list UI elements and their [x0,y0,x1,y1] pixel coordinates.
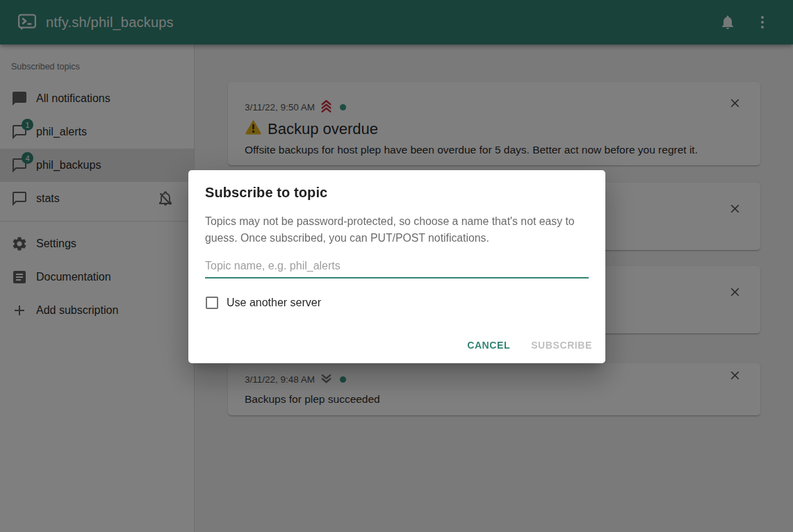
dialog-description: Topics may not be password-protected, so… [205,213,589,247]
subscribe-button[interactable]: SUBSCRIBE [523,333,600,358]
checkbox-label: Use another server [227,297,321,309]
dialog-title: Subscribe to topic [205,185,589,201]
subscribe-to-topic-dialog: Subscribe to topic Topics may not be pas… [188,170,605,363]
checkbox-unchecked-icon [206,297,218,309]
cancel-button[interactable]: CANCEL [459,333,518,358]
use-another-server-checkbox[interactable]: Use another server [205,297,589,309]
dialog-actions: CANCEL SUBSCRIBE [454,333,600,358]
topic-name-input[interactable] [205,257,589,279]
